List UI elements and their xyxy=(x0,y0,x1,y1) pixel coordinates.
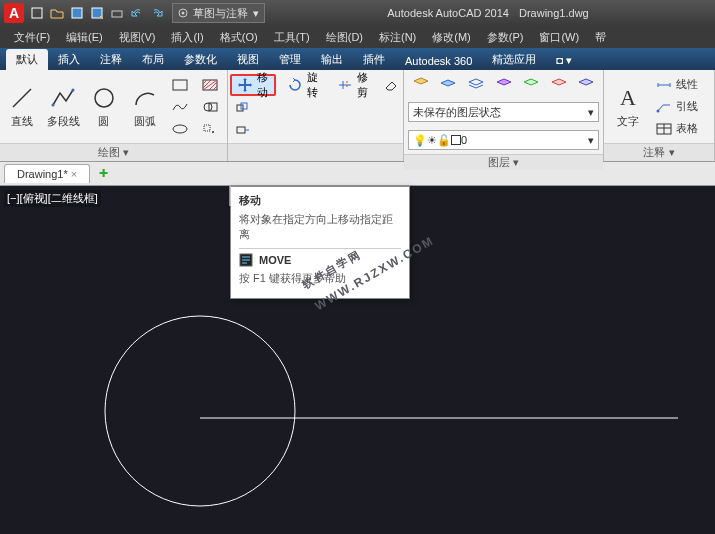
new-tab-button[interactable]: ✚ xyxy=(94,167,112,180)
tab-addins[interactable]: 插件 xyxy=(353,49,395,70)
panel-annotate-title[interactable]: 注释 ▾ xyxy=(604,143,714,161)
redo-icon[interactable] xyxy=(148,4,166,22)
svg-rect-18 xyxy=(241,103,247,109)
leader-button[interactable]: 引线 xyxy=(656,97,698,117)
tab-manage[interactable]: 管理 xyxy=(269,49,311,70)
panel-annotate: A 文字 线性 引线 表格 注释 ▾ xyxy=(604,70,715,161)
line-button[interactable]: 直线 xyxy=(4,74,41,140)
arc-icon xyxy=(131,84,159,112)
tab-output[interactable]: 输出 xyxy=(311,49,353,70)
rotate-button[interactable]: 旋转 xyxy=(280,74,326,96)
menu-help[interactable]: 帮 xyxy=(589,28,612,47)
circle-button[interactable]: 圆 xyxy=(86,74,123,140)
new-icon[interactable] xyxy=(28,4,46,22)
menu-draw[interactable]: 绘图(D) xyxy=(320,28,369,47)
point-button[interactable] xyxy=(197,119,223,139)
ellipse-button[interactable] xyxy=(167,119,193,139)
svg-line-6 xyxy=(13,89,31,107)
layer-iso-button[interactable] xyxy=(518,74,544,94)
layer-props-button[interactable] xyxy=(408,74,434,94)
text-button[interactable]: A 文字 xyxy=(608,74,648,140)
close-icon[interactable]: × xyxy=(71,168,77,180)
layer-current-combo[interactable]: 💡 ☀ 🔓 0▾ xyxy=(408,130,599,150)
trim-button[interactable]: 修剪 xyxy=(330,74,376,96)
polyline-icon xyxy=(49,84,77,112)
menu-dimension[interactable]: 标注(N) xyxy=(373,28,422,47)
bulb-icon: 💡 xyxy=(413,134,427,147)
workspace-combo[interactable]: 草图与注释 ▾ xyxy=(172,3,265,23)
polyline-button[interactable]: 多段线 xyxy=(45,74,82,140)
menu-edit[interactable]: 编辑(E) xyxy=(60,28,109,47)
svg-rect-17 xyxy=(237,105,243,111)
viewport-label[interactable]: [−][俯视][二维线框] xyxy=(4,190,101,207)
menu-insert[interactable]: 插入(I) xyxy=(165,28,209,47)
layer-prev-button[interactable] xyxy=(573,74,599,94)
file-tabs: Drawing1* × ✚ xyxy=(0,162,715,186)
undo-icon[interactable] xyxy=(128,4,146,22)
command-icon xyxy=(239,253,253,267)
panel-layers: 未保存的图层状态▾ 💡 ☀ 🔓 0▾ 图层 ▾ xyxy=(404,70,604,161)
panel-modify: 移动 旋转 修剪 xyxy=(228,70,404,161)
drawing-canvas[interactable]: [−][俯视][二维线框] 移动 将对象在指定方向上移动指定距离 MOVE 按 … xyxy=(0,186,715,534)
menu-tools[interactable]: 工具(T) xyxy=(268,28,316,47)
layer-lock-button[interactable] xyxy=(491,74,517,94)
svg-rect-1 xyxy=(72,8,82,18)
move-button[interactable]: 移动 xyxy=(230,74,276,96)
menu-parametric[interactable]: 参数(P) xyxy=(481,28,530,47)
rotate-icon xyxy=(287,77,303,93)
svg-point-11 xyxy=(173,125,187,133)
tab-view[interactable]: 视图 xyxy=(227,49,269,70)
spline-button[interactable] xyxy=(167,97,193,117)
tab-annotate[interactable]: 注释 xyxy=(90,49,132,70)
svg-rect-0 xyxy=(32,8,42,18)
erase-button[interactable] xyxy=(381,74,401,94)
menu-window[interactable]: 窗口(W) xyxy=(533,28,585,47)
menu-modify[interactable]: 修改(M) xyxy=(426,28,477,47)
app-logo[interactable]: A xyxy=(4,3,24,23)
tab-a360[interactable]: Autodesk 360 xyxy=(395,52,482,70)
svg-rect-10 xyxy=(173,80,187,90)
linear-icon xyxy=(656,79,672,91)
copy-button[interactable] xyxy=(230,98,256,118)
tab-default[interactable]: 默认 xyxy=(6,49,48,70)
window-title: Autodesk AutoCAD 2014 Drawing1.dwg xyxy=(265,6,711,20)
svg-rect-19 xyxy=(237,127,245,133)
layer-freeze-button[interactable] xyxy=(463,74,489,94)
panel-modify-title[interactable] xyxy=(228,143,403,161)
tab-insert[interactable]: 插入 xyxy=(48,49,90,70)
menu-format[interactable]: 格式(O) xyxy=(214,28,264,47)
stretch-button[interactable] xyxy=(230,120,256,140)
plot-icon[interactable] xyxy=(108,4,126,22)
hatch-button[interactable] xyxy=(197,75,223,95)
save-icon[interactable] xyxy=(68,4,86,22)
linear-dim-button[interactable]: 线性 xyxy=(656,75,698,95)
table-icon xyxy=(656,123,672,135)
filetab-drawing1[interactable]: Drawing1* × xyxy=(4,164,90,183)
gear-icon xyxy=(177,7,189,19)
region-button[interactable] xyxy=(197,97,223,117)
saveas-icon[interactable] xyxy=(88,4,106,22)
open-icon[interactable] xyxy=(48,4,66,22)
menu-file[interactable]: 文件(F) xyxy=(8,28,56,47)
ribbon-tabstrip: 默认 插入 注释 布局 参数化 视图 管理 输出 插件 Autodesk 360… xyxy=(0,48,715,70)
menu-view[interactable]: 视图(V) xyxy=(113,28,162,47)
svg-point-8 xyxy=(72,89,75,92)
svg-point-16 xyxy=(212,131,214,133)
tab-extra[interactable]: ◘ ▾ xyxy=(546,51,582,70)
tab-parametric[interactable]: 参数化 xyxy=(174,49,227,70)
tab-featured[interactable]: 精选应用 xyxy=(482,49,546,70)
tooltip-title: 移动 xyxy=(239,193,401,208)
tooltip-command: MOVE xyxy=(239,253,401,267)
panel-layers-title[interactable]: 图层 ▾ xyxy=(404,154,603,170)
svg-rect-3 xyxy=(112,11,122,17)
tooltip-help: 按 F1 键获得更多帮助 xyxy=(239,271,401,286)
tab-layout[interactable]: 布局 xyxy=(132,49,174,70)
panel-draw-title[interactable]: 绘图 ▾ xyxy=(0,143,227,161)
rect-button[interactable] xyxy=(167,75,193,95)
arc-button[interactable]: 圆弧 xyxy=(126,74,163,140)
layer-off-button[interactable] xyxy=(436,74,462,94)
layer-state-combo[interactable]: 未保存的图层状态▾ xyxy=(408,102,599,122)
leader-icon xyxy=(656,101,672,113)
table-button[interactable]: 表格 xyxy=(656,119,698,139)
layer-match-button[interactable] xyxy=(546,74,572,94)
